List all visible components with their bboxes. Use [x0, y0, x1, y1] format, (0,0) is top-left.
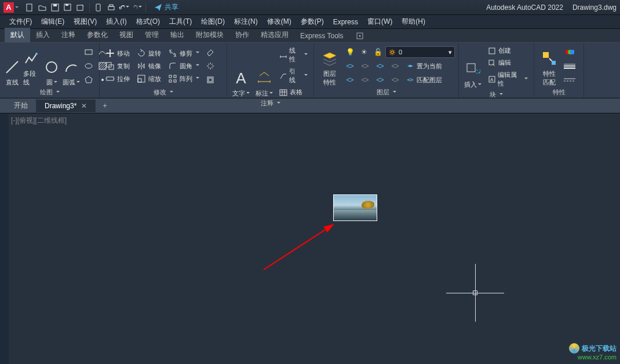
line-button[interactable]: 直线: [3, 45, 21, 87]
save-icon[interactable]: [50, 2, 60, 13]
layerthw-icon[interactable]: [359, 73, 371, 86]
trim-button[interactable]: 修剪: [166, 47, 202, 59]
redo-icon[interactable]: [132, 2, 142, 13]
close-tab-icon[interactable]: ✕: [81, 102, 87, 110]
panel-annot-title[interactable]: 注释: [231, 98, 310, 108]
layer-lock-icon[interactable]: 🔓: [371, 46, 384, 58]
layerprv-icon[interactable]: [389, 73, 402, 86]
mirror-button[interactable]: 镜像: [134, 60, 163, 72]
scale-button[interactable]: 缩放: [134, 73, 163, 84]
move-button[interactable]: 移动: [103, 47, 132, 59]
explode-icon[interactable]: [204, 60, 217, 72]
layerlck-icon[interactable]: [389, 60, 402, 72]
layer-bulb-icon[interactable]: 💡: [344, 46, 356, 58]
stretch-button[interactable]: 拉伸: [103, 73, 132, 84]
polyline-button[interactable]: 多段线: [23, 45, 41, 87]
panel-draw-title[interactable]: 绘图: [3, 87, 96, 97]
tab-drawing3[interactable]: Drawing3* ✕: [37, 100, 96, 112]
tab-output[interactable]: 输出: [165, 28, 190, 42]
layeriso-icon[interactable]: [344, 60, 356, 72]
ellipse-icon[interactable]: [82, 60, 95, 72]
menu-insert[interactable]: 插入(I): [103, 16, 130, 28]
panel-layer-title[interactable]: 图层: [318, 87, 455, 97]
mobile-icon[interactable]: [93, 2, 104, 13]
polygon-icon[interactable]: [82, 73, 95, 86]
tab-expresstools[interactable]: Express Tools: [294, 30, 349, 42]
table-button[interactable]: 表格: [277, 87, 310, 98]
tab-annotate[interactable]: 注释: [56, 28, 81, 42]
match-layer-button[interactable]: 匹配图层: [404, 73, 444, 86]
offset-icon[interactable]: [204, 73, 217, 86]
saveas-icon[interactable]: [63, 2, 73, 13]
dimension-button[interactable]: 标注: [254, 45, 275, 98]
menu-modify[interactable]: 修改(M): [264, 16, 295, 28]
layer-sun-icon[interactable]: ☀: [358, 46, 370, 58]
block-insert-button[interactable]: 插入: [462, 45, 483, 89]
copy-button[interactable]: 复制: [103, 60, 132, 72]
menu-express[interactable]: Express: [330, 17, 362, 27]
fillet-button[interactable]: 圆角: [166, 60, 202, 72]
menu-edit[interactable]: 编辑(E): [38, 16, 68, 28]
menu-help[interactable]: 帮助(H): [398, 16, 429, 28]
crosshair-cursor: [446, 264, 504, 322]
menu-draw[interactable]: 绘图(D): [198, 16, 228, 28]
bylayer-color-icon[interactable]: [563, 46, 576, 58]
tab-manage[interactable]: 管理: [139, 28, 165, 42]
tab-parametric[interactable]: 参数化: [81, 28, 114, 42]
array-button[interactable]: 阵列: [166, 73, 202, 84]
panel-block-title[interactable]: 块: [462, 89, 530, 99]
block-create-button[interactable]: 创建: [486, 45, 530, 56]
circle-button[interactable]: 圆: [43, 45, 60, 87]
tab-overflow-icon[interactable]: [353, 30, 366, 42]
layer-combo[interactable]: 🔅0▾: [385, 46, 455, 58]
text-button[interactable]: A文字: [231, 45, 251, 98]
layer-props-button[interactable]: 图层 特性: [318, 45, 341, 87]
layerulk-icon[interactable]: [374, 73, 386, 86]
tab-default[interactable]: 默认: [5, 28, 30, 42]
layerfrz-icon[interactable]: [374, 60, 386, 72]
rect-icon[interactable]: [82, 46, 95, 58]
menu-file[interactable]: 文件(F): [6, 16, 35, 28]
tab-start[interactable]: 开始: [6, 98, 37, 113]
inserted-image[interactable]: [333, 194, 377, 221]
tab-view[interactable]: 视图: [114, 28, 139, 42]
set-current-button[interactable]: 置为当前: [404, 60, 444, 72]
menu-dim[interactable]: 标注(N): [231, 16, 261, 28]
new-icon[interactable]: [24, 2, 35, 13]
svg-rect-5: [77, 5, 83, 10]
linetype-icon[interactable]: [563, 73, 576, 86]
menu-view[interactable]: 视图(V): [70, 16, 100, 28]
block-attrib-button[interactable]: A编辑属性: [486, 69, 530, 89]
block-edit-button[interactable]: 编辑: [486, 57, 530, 68]
linear-button[interactable]: 线性: [277, 45, 310, 65]
layerun-icon[interactable]: [344, 73, 356, 86]
arc-button[interactable]: 圆弧: [63, 45, 80, 87]
lineweight-icon[interactable]: [563, 60, 576, 72]
menu-tools[interactable]: 工具(T): [166, 16, 195, 28]
undo-icon[interactable]: [119, 2, 129, 13]
web-save-icon[interactable]: [75, 2, 86, 13]
tab-insert[interactable]: 插入: [30, 28, 56, 42]
match-props-button[interactable]: 特性 匹配: [538, 45, 561, 87]
panel-modify-title[interactable]: 修改: [103, 87, 223, 97]
new-tab-button[interactable]: ＋: [98, 100, 112, 112]
paper-plane-icon: [154, 3, 162, 12]
tab-addins[interactable]: 附加模块: [190, 28, 229, 42]
menu-params[interactable]: 参数(P): [297, 16, 327, 28]
share-button[interactable]: 共享: [154, 2, 178, 12]
tab-collab[interactable]: 协作: [229, 28, 255, 42]
menu-format[interactable]: 格式(O): [133, 16, 163, 28]
erase-icon[interactable]: [204, 46, 217, 58]
print-icon[interactable]: [106, 2, 116, 13]
tab-featured[interactable]: 精选应用: [255, 28, 294, 42]
viewport-label[interactable]: [-][俯视][二维线框]: [11, 116, 67, 126]
app-logo[interactable]: A: [3, 2, 14, 13]
panel-block: 插入 创建 编辑 A编辑属性 块: [459, 43, 534, 98]
open-icon[interactable]: [37, 2, 48, 13]
layeroff-icon[interactable]: [359, 60, 371, 72]
panel-props-title[interactable]: 特性: [538, 87, 580, 97]
rotate-button[interactable]: 旋转: [134, 47, 163, 59]
model-viewport[interactable]: [-][俯视][二维线框] 极光下载站 www.xz7.com: [9, 113, 620, 364]
leader-button[interactable]: 引线: [277, 66, 310, 86]
menu-window[interactable]: 窗口(W): [364, 16, 396, 28]
